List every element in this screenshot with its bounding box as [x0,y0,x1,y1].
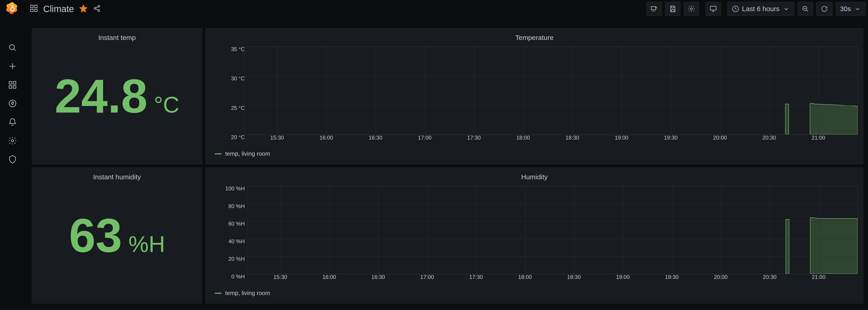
chevron-down-icon [782,5,790,13]
x-tick-label: 21:00 [812,135,825,141]
refresh-button[interactable] [816,2,833,16]
svg-rect-4 [9,85,12,88]
search-icon[interactable] [7,43,18,53]
settings-button[interactable] [684,2,699,16]
panel-title: Instant humidity [32,168,202,181]
legend-label: temp, living room [225,150,270,157]
topbar: Climate Last 6 hours 30s [30,1,866,17]
zoom-out-button[interactable] [798,2,813,16]
stat-value: 24.8 [55,72,148,120]
x-tick-label: 19:30 [664,135,678,141]
chart-legend[interactable]: temp, living room [215,289,270,297]
explore-icon[interactable] [7,99,18,108]
time-picker-label: Last 6 hours [742,5,780,13]
svg-point-16 [690,8,692,10]
x-tick-label: 16:30 [369,135,382,141]
panel-temperature[interactable]: Temperature 20 °C25 °C30 °C35 °C 15:3016… [206,28,864,164]
chart-plot-area[interactable] [248,186,858,274]
sidebar [0,0,25,310]
panel-instant-humidity[interactable]: Instant humidity 63 %H [32,168,202,304]
panel-title: Temperature [206,28,863,41]
panel-humidity[interactable]: Humidity 0 %H20 %H40 %H60 %H80 %H100 %H … [206,168,864,304]
save-button[interactable] [665,2,681,16]
panel-title: Instant temp [32,28,202,41]
dashboard-title[interactable]: Climate [43,4,74,14]
panels-grid: Instant temp 24.8 °C Temperature 20 °C25… [32,28,864,304]
x-tick-label: 17:00 [421,274,434,280]
x-tick-label: 15:30 [270,135,284,141]
x-tick-label: 20:00 [713,135,727,141]
svg-rect-5 [13,85,16,88]
admin-icon[interactable] [7,154,18,164]
chart-plot-area[interactable] [244,46,858,135]
x-tick-label: 15:30 [274,274,287,280]
stat-value-container: 63 %H [32,212,202,260]
stat-unit: °C [154,92,179,118]
share-icon[interactable] [93,4,101,13]
chart-series-area [785,104,789,134]
y-tick-label: 0 %H [231,273,245,280]
x-tick-label: 18:00 [518,274,532,280]
svg-rect-17 [710,6,716,10]
svg-point-13 [98,5,100,7]
y-tick-label: 40 %H [228,238,245,245]
x-tick-label: 16:00 [322,274,336,280]
y-tick-label: 80 %H [228,203,245,209]
x-tick-label: 19:00 [616,274,630,280]
chart-series-area [786,219,789,274]
y-tick-label: 100 %H [225,185,245,192]
configuration-icon[interactable] [7,136,18,146]
chart-series-area [810,103,858,134]
svg-point-6 [9,100,16,107]
legend-label: temp, living room [225,289,270,297]
svg-point-1 [9,45,14,50]
svg-rect-9 [35,5,37,8]
clock-icon [732,5,739,13]
x-tick-label: 16:30 [371,274,385,280]
chevron-down-icon [854,5,861,13]
svg-rect-2 [9,81,12,84]
y-tick-label: 20 %H [228,256,245,262]
svg-rect-8 [31,5,33,8]
refresh-interval-label: 30s [840,5,851,13]
x-tick-label: 19:30 [665,274,679,280]
create-icon[interactable] [7,61,18,71]
svg-point-7 [11,140,13,142]
x-tick-label: 17:00 [418,135,432,141]
svg-point-14 [98,10,100,11]
x-tick-label: 18:30 [565,135,579,141]
svg-point-12 [94,7,96,9]
dashboards-icon[interactable] [7,80,18,90]
alerting-icon[interactable] [7,117,18,127]
y-tick-label: 25 °C [231,105,245,111]
x-tick-label: 20:00 [714,274,727,280]
time-picker-button[interactable]: Last 6 hours [727,2,795,16]
legend-swatch [215,153,221,154]
legend-swatch [215,293,221,294]
stat-value: 63 [69,212,122,260]
x-tick-label: 21:00 [812,274,826,280]
svg-rect-15 [651,7,656,10]
view-mode-button[interactable] [706,2,721,16]
x-tick-label: 18:30 [567,274,581,280]
x-tick-label: 20:30 [762,135,776,141]
svg-rect-11 [35,9,37,11]
chart-series-area [810,218,858,274]
apps-icon[interactable] [30,4,38,13]
panel-title: Humidity [206,168,863,181]
refresh-interval-picker[interactable]: 30s [836,2,866,16]
y-tick-label: 20 °C [231,134,245,140]
grafana-logo[interactable] [5,1,20,16]
favorite-star-icon[interactable] [79,4,88,13]
y-tick-label: 60 %H [228,220,245,227]
panel-instant-temp[interactable]: Instant temp 24.8 °C [32,28,202,164]
x-tick-label: 19:00 [615,135,628,141]
x-tick-label: 18:00 [516,135,530,141]
x-tick-label: 16:00 [319,135,333,141]
add-panel-button[interactable] [647,2,662,16]
x-tick-label: 20:30 [763,274,776,280]
x-tick-label: 17:30 [469,274,483,280]
chart-legend[interactable]: temp, living room [215,150,270,157]
y-tick-label: 30 °C [231,75,245,82]
stat-value-container: 24.8 °C [32,72,202,120]
